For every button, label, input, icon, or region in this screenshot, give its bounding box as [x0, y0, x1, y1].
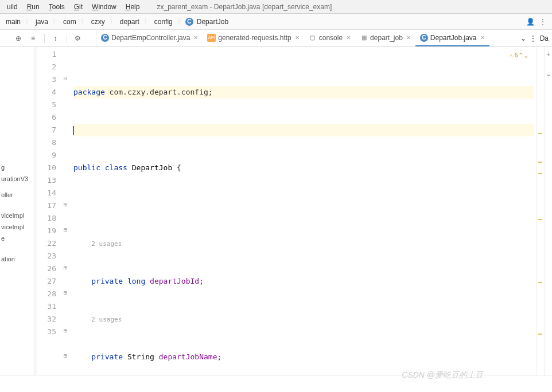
line-number: 9	[37, 149, 56, 162]
close-icon[interactable]: ✕	[193, 34, 198, 41]
fold-marker[interactable]: ⊞	[64, 350, 67, 362]
sidebar-item[interactable]	[0, 244, 34, 249]
tab-departjob-java[interactable]: CDepartJob.java✕	[415, 30, 489, 46]
line-number: 3	[37, 73, 56, 86]
sidebar-item[interactable]	[0, 185, 34, 189]
editor-tabs: CDepartEmpController.java✕ APIgenerated-…	[96, 30, 517, 46]
api-icon: API	[207, 34, 216, 42]
structure-sidebar: gurationV3ollerviceImplviceImpleation	[0, 47, 34, 375]
error-stripe[interactable]	[536, 47, 544, 375]
sidebar-item[interactable]	[0, 201, 34, 205]
menu-window[interactable]: Window	[88, 2, 120, 12]
tab-console[interactable]: ▢console✕	[304, 30, 355, 46]
tab-departempcontroller[interactable]: CDepartEmpController.java✕	[96, 30, 203, 46]
crumb-class[interactable]: DepartJob	[195, 17, 231, 27]
sidebar-item[interactable]: viceImpl	[0, 210, 34, 221]
fold-marker[interactable]: ⊞	[64, 224, 67, 236]
editor: 1234567891013141718192223262728313235 ⊟⊞…	[34, 47, 552, 375]
watermark: CSDN @爱吃豆的土豆	[402, 370, 483, 381]
tab-label: DepartEmpController.java	[111, 34, 190, 42]
line-number: 18	[37, 212, 56, 225]
fold-marker[interactable]: ⊟	[64, 72, 67, 85]
line-number: 22	[37, 237, 56, 250]
menu-help[interactable]: Help	[122, 2, 143, 12]
select-opened-icon[interactable]: ⊕	[13, 33, 24, 44]
code-area[interactable]: ⚠6 ^ ⌄ package com.czxy.depart.config; p…	[71, 47, 536, 375]
add-icon[interactable]: +	[546, 50, 550, 58]
crumb-depart[interactable]: depart	[118, 17, 142, 27]
fold-marker[interactable]: ⊞	[64, 287, 67, 299]
console-icon: ▢	[309, 34, 317, 42]
main-area: gurationV3ollerviceImplviceImpleation 12…	[0, 47, 552, 375]
line-number: 1	[37, 48, 56, 61]
chevron-down-icon[interactable]: ⌄	[520, 34, 526, 42]
class-icon: C	[420, 34, 428, 42]
tab-overflow: ⌄ ⋮ Da	[517, 30, 552, 46]
line-number: 14	[37, 187, 56, 199]
text-cursor	[73, 126, 74, 135]
table-icon: ▦	[360, 34, 368, 42]
crumb-config[interactable]: config	[152, 17, 175, 27]
navigation-bar: main〉 java〉 com〉 czxy〉 depart〉 config〉 C…	[0, 14, 552, 30]
crumb-main[interactable]: main	[3, 17, 23, 27]
tab-label: DepartJob.java	[430, 34, 477, 42]
sort-icon[interactable]: ↕	[50, 33, 61, 44]
collapse-icon[interactable]: ≡	[28, 33, 38, 44]
crumb-czxy[interactable]: czxy	[89, 17, 107, 27]
inspection-indicator[interactable]: ⚠6 ^ ⌄	[510, 49, 528, 62]
line-number: 7	[37, 124, 56, 136]
line-number: 26	[37, 262, 56, 275]
fold-marker[interactable]: ⊞	[64, 324, 67, 337]
tab-generated-requests[interactable]: APIgenerated-requests.http✕	[203, 30, 304, 46]
window-title: zx_parent_exam - DepartJob.java [depart_…	[157, 3, 332, 11]
chevron-down-icon[interactable]: ⌄	[546, 70, 551, 78]
line-number: 19	[37, 225, 56, 237]
sidebar-item[interactable]	[0, 249, 34, 253]
chevron-right-icon: 〉	[80, 18, 88, 26]
chevron-right-icon: 〉	[24, 18, 32, 26]
sidebar-item[interactable]	[0, 205, 34, 210]
close-icon[interactable]: ✕	[480, 34, 485, 41]
tab-label: console	[319, 34, 343, 42]
fold-marker[interactable]: ⊞	[64, 261, 67, 274]
warning-icon: ⚠	[510, 49, 514, 62]
line-number: 31	[37, 300, 56, 313]
close-icon[interactable]: ✕	[346, 34, 351, 41]
sidebar-item[interactable]: oller	[0, 189, 34, 201]
line-number: 6	[37, 111, 56, 124]
line-number: 23	[37, 250, 56, 262]
menu-bar: uild Run Tools Git Window Help zx_parent…	[0, 0, 552, 14]
menu-tools[interactable]: Tools	[45, 2, 68, 12]
menu-build[interactable]: uild	[3, 2, 21, 12]
line-number: 35	[37, 326, 56, 338]
crumb-java[interactable]: java	[33, 17, 50, 27]
toolbar-row: ⊕ ≡ ↕ ⚙ CDepartEmpController.java✕ APIge…	[0, 30, 552, 47]
close-icon[interactable]: ✕	[295, 34, 300, 41]
right-toolbar: + ⌄	[544, 47, 552, 375]
chevron-right-icon: 〉	[108, 18, 116, 26]
menu-run[interactable]: Run	[24, 2, 43, 12]
sidebar-item[interactable]: e	[0, 233, 34, 244]
tab-depart-job-db[interactable]: ▦depart_job✕	[355, 30, 415, 46]
line-number: 17	[37, 199, 56, 212]
more-icon[interactable]: ⋮	[537, 16, 549, 28]
line-number: 8	[37, 136, 56, 149]
line-gutter: 1234567891013141718192223262728313235	[37, 47, 60, 375]
menu-git[interactable]: Git	[71, 2, 86, 12]
sidebar-item[interactable]: ation	[0, 253, 34, 265]
sidebar-item[interactable]: g	[0, 162, 34, 173]
class-icon: C	[185, 18, 193, 26]
warning-count: 6	[514, 49, 518, 62]
gear-icon[interactable]: ⚙	[73, 33, 83, 44]
user-icon[interactable]: 👤	[524, 16, 536, 28]
close-icon[interactable]: ✕	[406, 34, 411, 41]
more-icon[interactable]: ⋮	[530, 34, 537, 42]
fold-column: ⊟⊞⊞⊞⊞⊞⊞	[60, 47, 71, 375]
fold-marker[interactable]: ⊞	[64, 198, 67, 211]
sidebar-item[interactable]: urationV3	[0, 173, 34, 185]
line-number: 28	[37, 288, 56, 300]
tab-label: depart_job	[370, 34, 403, 42]
sidebar-item[interactable]: viceImpl	[0, 221, 34, 233]
class-icon: C	[101, 34, 109, 42]
crumb-com[interactable]: com	[61, 17, 79, 27]
